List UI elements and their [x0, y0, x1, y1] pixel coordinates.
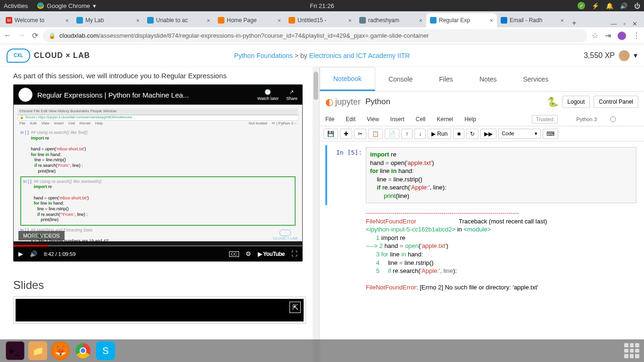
maximize-icon[interactable]: ▫: [623, 20, 626, 27]
more-videos-badge[interactable]: MORE VIDEOS: [18, 231, 65, 240]
browser-tab[interactable]: Home Page×: [214, 13, 285, 27]
star-icon[interactable]: ☆: [592, 31, 598, 40]
scrollbar[interactable]: [313, 67, 319, 362]
expand-icon[interactable]: ⇱: [289, 302, 301, 313]
command-palette-icon[interactable]: ⌨: [543, 129, 558, 139]
copy-icon[interactable]: 📋: [368, 129, 383, 139]
terminal-icon[interactable]: ▸_: [6, 341, 25, 360]
video-title[interactable]: Regular Expressions | Python for Machine…: [37, 91, 257, 99]
forward-icon[interactable]: →: [18, 31, 25, 40]
cut-icon[interactable]: ✂: [354, 129, 366, 139]
stop-icon[interactable]: ■: [453, 129, 464, 139]
dropdown-icon[interactable]: ▾: [634, 51, 637, 60]
volume-icon[interactable]: 🔊: [620, 2, 627, 9]
menu-insert[interactable]: Insert: [390, 116, 405, 123]
close-icon[interactable]: ×: [277, 17, 281, 24]
apps-grid-icon[interactable]: [624, 343, 639, 358]
cell-type-select[interactable]: Code▾: [498, 129, 541, 139]
menu-view[interactable]: View: [367, 116, 379, 123]
browser-tab[interactable]: radheshyam×: [355, 13, 426, 27]
youtube-icon[interactable]: ▶ YouTube: [258, 251, 285, 257]
paste-icon[interactable]: 📄: [385, 129, 399, 139]
run-button[interactable]: ▶ Run: [428, 129, 451, 139]
tab-notes[interactable]: Notes: [466, 67, 510, 91]
close-icon[interactable]: ×: [206, 17, 210, 24]
notebook-title[interactable]: Python: [365, 97, 390, 107]
close-icon[interactable]: ×: [65, 17, 69, 24]
volume-icon[interactable]: 🔊: [30, 250, 37, 257]
close-icon[interactable]: ×: [489, 17, 493, 24]
restart-run-icon[interactable]: ▶▶: [480, 129, 496, 139]
avatar[interactable]: [619, 50, 630, 61]
channel-icon[interactable]: [18, 88, 33, 102]
play-icon[interactable]: ▶: [18, 250, 23, 257]
reader-icon[interactable]: ⇥: [605, 31, 611, 40]
settings-icon[interactable]: ⚙: [246, 250, 251, 257]
save-icon[interactable]: 💾: [323, 129, 338, 139]
chrome-icon[interactable]: [74, 341, 92, 360]
scroll-thumb[interactable]: [314, 72, 318, 100]
minimize-icon[interactable]: —: [611, 20, 617, 27]
skype-icon[interactable]: S: [96, 341, 115, 360]
new-tab-button[interactable]: +: [568, 19, 581, 27]
tab-console[interactable]: Console: [375, 67, 426, 91]
trusted-badge[interactable]: Trusted: [532, 115, 558, 123]
close-window-icon[interactable]: ✕: [632, 20, 637, 27]
app-indicator[interactable]: Google Chrome ▾: [37, 2, 96, 9]
wifi-icon[interactable]: ⚡: [592, 2, 599, 9]
tab-services[interactable]: Services: [510, 67, 561, 91]
reload-icon[interactable]: ⟳: [32, 31, 38, 40]
bell-icon[interactable]: 🔔: [606, 2, 613, 9]
browser-tab-active[interactable]: Regular Exp×: [426, 13, 497, 27]
restart-icon[interactable]: ↻: [466, 129, 479, 139]
move-down-icon[interactable]: ↓: [414, 129, 426, 139]
url-input[interactable]: 🔒 cloudxlab.com/assessment/displayslide/…: [43, 29, 587, 42]
activities-label[interactable]: Activities: [4, 2, 28, 9]
browser-tab[interactable]: MWelcome to×: [2, 13, 73, 27]
watch-later-button[interactable]: 🕐Watch later: [257, 89, 279, 101]
system-tray[interactable]: ✓ ⚡ 🔔 🔊 ⏻: [578, 2, 640, 9]
notebook-body[interactable]: In [5]: import re hand = open('apple.txt…: [320, 141, 644, 362]
jupyter-logo[interactable]: ◐ jupyter: [325, 96, 361, 107]
youtube-embed[interactable]: Regular Expressions | Python for Machine…: [13, 84, 303, 262]
menu-icon[interactable]: ⋮: [633, 31, 640, 40]
logout-button[interactable]: Logout: [562, 96, 590, 108]
update-check-icon[interactable]: ✓: [578, 2, 585, 9]
tab-files[interactable]: Files: [426, 67, 466, 91]
close-icon[interactable]: ×: [419, 17, 422, 24]
menu-file[interactable]: File: [325, 116, 334, 123]
kernel-indicator[interactable]: Python 3: [577, 116, 627, 122]
move-up-icon[interactable]: ↑: [401, 129, 413, 139]
menu-edit[interactable]: Edit: [346, 116, 355, 123]
slides-preview[interactable]: ⇱: [16, 299, 304, 321]
browser-tab[interactable]: Unable to ac×: [143, 13, 214, 27]
browser-tab[interactable]: My Lab×: [73, 13, 143, 27]
logo[interactable]: CXL CLOUD × LAB: [7, 49, 90, 63]
menu-kernel[interactable]: Kernel: [437, 116, 454, 123]
menu-help[interactable]: Help: [464, 116, 476, 123]
firefox-icon[interactable]: 🦊: [51, 341, 70, 360]
close-icon[interactable]: ×: [560, 17, 564, 24]
python-icon: 🐍: [547, 96, 559, 107]
clock[interactable]: Fri 21:26: [310, 2, 334, 9]
control-panel-button[interactable]: Control Panel: [594, 96, 638, 108]
close-icon[interactable]: ×: [348, 17, 352, 24]
back-icon[interactable]: ←: [4, 31, 11, 40]
code-input[interactable]: import re hand = open('apple.txt') for l…: [366, 147, 636, 203]
org-link[interactable]: Electronics and ICT Academy IITR: [309, 52, 410, 59]
cc-icon[interactable]: CC: [229, 251, 239, 257]
power-icon[interactable]: ⏻: [634, 2, 640, 9]
files-icon[interactable]: 📁: [28, 341, 47, 360]
code-cell[interactable]: In [5]: import re hand = open('apple.txt…: [325, 145, 638, 205]
fullscreen-icon[interactable]: ⛶: [291, 250, 297, 257]
add-cell-icon[interactable]: ✚: [340, 129, 352, 139]
share-button[interactable]: ↗Share: [286, 89, 297, 101]
course-link[interactable]: Python Foundations: [234, 52, 293, 59]
close-icon[interactable]: ×: [136, 17, 140, 24]
menu-cell[interactable]: Cell: [416, 116, 426, 123]
tab-notebook[interactable]: Notebook: [320, 67, 375, 91]
browser-tab[interactable]: Email - Radh×: [497, 13, 568, 27]
dock: ▸_ 📁 🦊 S: [0, 339, 644, 362]
extension-icon[interactable]: [618, 32, 626, 40]
browser-tab[interactable]: Untitled15 -×: [285, 13, 355, 27]
